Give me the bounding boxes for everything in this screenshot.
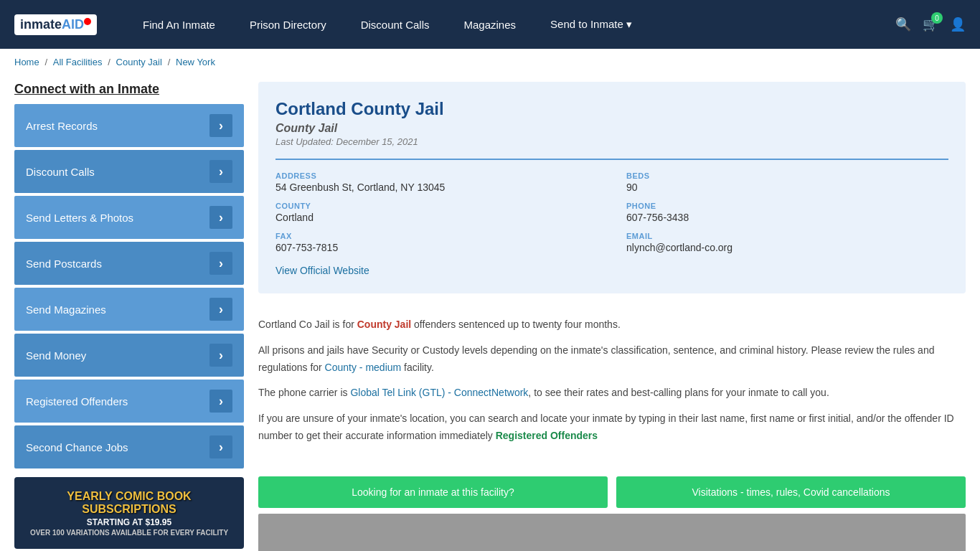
beds-value: 90	[626, 182, 948, 193]
search-button[interactable]: 🔍	[895, 17, 911, 32]
beds-label: BEDS	[626, 171, 948, 180]
arrow-icon: ›	[209, 160, 232, 183]
address-block: ADDRESS 54 Greenbush St, Cortland, NY 13…	[275, 171, 598, 193]
facility-image	[258, 514, 966, 551]
desc-para2-after: facility.	[401, 362, 434, 373]
ad-note: OVER 100 VARIATIONS AVAILABLE FOR EVERY …	[30, 529, 228, 537]
breadcrumb-sep1: /	[45, 57, 50, 67]
logo[interactable]: inmate AID	[14, 14, 97, 35]
county-value: Cortland	[275, 212, 598, 223]
find-inmate-button[interactable]: Looking for an inmate at this facility?	[258, 476, 608, 508]
registered-offenders-link[interactable]: Registered Offenders	[496, 430, 598, 441]
content-area: Cortland County Jail County Jail Last Up…	[258, 82, 966, 551]
fax-label: FAX	[275, 232, 598, 240]
sidebar-item-arrest-records[interactable]: Arrest Records ›	[14, 104, 244, 147]
logo-aid: AID	[62, 17, 84, 32]
sidebar-item-label: Send Money	[26, 349, 86, 362]
address-value: 54 Greenbush St, Cortland, NY 13045	[275, 182, 598, 193]
arrow-icon: ›	[209, 390, 232, 413]
email-label: EMAIL	[626, 232, 948, 240]
sidebar: Connect with an Inmate Arrest Records › …	[14, 82, 244, 551]
beds-block: BEDS 90	[626, 171, 948, 193]
phone-label: PHONE	[626, 202, 948, 210]
facility-last-updated: Last Updated: December 15, 2021	[275, 136, 948, 147]
county-jail-link[interactable]: County Jail	[357, 319, 411, 330]
sidebar-item-send-letters[interactable]: Send Letters & Photos ›	[14, 196, 244, 239]
arrow-icon: ›	[209, 114, 232, 137]
address-label: ADDRESS	[275, 171, 598, 180]
email-block: EMAIL nlynch@cortland-co.org	[626, 232, 948, 253]
sidebar-item-send-money[interactable]: Send Money ›	[14, 334, 244, 377]
arrow-icon: ›	[209, 298, 232, 321]
visitations-button[interactable]: Visitations - times, rules, Covid cancel…	[616, 476, 966, 508]
arrow-icon: ›	[209, 435, 232, 458]
ad-banner[interactable]: YEARLY COMIC BOOKSUBSCRIPTIONS STARTING …	[14, 477, 244, 549]
desc-para3-before: The phone carrier is	[258, 387, 350, 398]
sidebar-item-label: Second Chance Jobs	[26, 441, 128, 453]
ad-price: STARTING AT $19.95	[87, 517, 171, 527]
desc-para4: If you are unsure of your inmate's locat…	[258, 410, 966, 445]
arrow-icon: ›	[209, 344, 232, 367]
breadcrumb-home[interactable]: Home	[14, 57, 39, 67]
desc-para1-before: Cortland Co Jail is for	[258, 319, 357, 330]
desc-para1: Cortland Co Jail is for County Jail offe…	[258, 316, 966, 334]
desc-para3: The phone carrier is Global Tel Link (GT…	[258, 385, 966, 402]
arrow-icon: ›	[209, 206, 232, 229]
breadcrumb-all-facilities[interactable]: All Facilities	[53, 57, 103, 67]
sidebar-item-registered-offenders[interactable]: Registered Offenders ›	[14, 380, 244, 423]
breadcrumb-sep3: /	[168, 57, 173, 67]
sidebar-item-label: Send Letters & Photos	[26, 212, 133, 224]
phone-value: 607-756-3438	[626, 212, 948, 223]
ad-title: YEARLY COMIC BOOKSUBSCRIPTIONS	[67, 490, 191, 516]
sidebar-item-send-magazines[interactable]: Send Magazines ›	[14, 288, 244, 331]
user-button[interactable]: 👤	[950, 17, 966, 32]
breadcrumb-sep2: /	[108, 57, 113, 67]
cart-button[interactable]: 🛒 0	[923, 17, 938, 32]
arrow-icon: ›	[209, 252, 232, 275]
desc-para1-after: offenders sentenced up to twenty four mo…	[411, 319, 621, 330]
nav-magazines[interactable]: Magazines	[447, 0, 534, 49]
county-block: COUNTY Cortland	[275, 202, 598, 223]
nav-icon-area: 🔍 🛒 0 👤	[895, 17, 966, 32]
nav-discount-calls[interactable]: Discount Calls	[344, 0, 447, 49]
logo-dot-icon	[84, 18, 91, 25]
gtl-link[interactable]: Global Tel Link (GTL) - ConnectNetwork	[350, 387, 528, 398]
logo-text: inmate	[20, 17, 62, 32]
breadcrumb-state[interactable]: New York	[176, 57, 215, 67]
official-website-link[interactable]: View Official Website	[275, 265, 369, 276]
facility-info-grid: ADDRESS 54 Greenbush St, Cortland, NY 13…	[275, 159, 948, 253]
sidebar-item-send-postcards[interactable]: Send Postcards ›	[14, 242, 244, 285]
sidebar-item-label: Send Magazines	[26, 303, 106, 316]
county-label: COUNTY	[275, 202, 598, 210]
facility-title: Cortland County Jail	[275, 99, 948, 119]
facility-card: Cortland County Jail County Jail Last Up…	[258, 82, 966, 293]
breadcrumb: Home / All Facilities / County Jail / Ne…	[0, 49, 980, 75]
sidebar-item-label: Discount Calls	[26, 166, 95, 178]
nav-prison-directory[interactable]: Prison Directory	[232, 0, 344, 49]
nav-find-an-inmate[interactable]: Find An Inmate	[126, 0, 232, 49]
breadcrumb-county-jail[interactable]: County Jail	[116, 57, 162, 67]
cta-buttons: Looking for an inmate at this facility? …	[258, 476, 966, 508]
county-medium-link[interactable]: County - medium	[325, 362, 402, 373]
navbar: inmate AID Find An Inmate Prison Directo…	[0, 0, 980, 49]
sidebar-item-label: Arrest Records	[26, 120, 98, 132]
desc-para2: All prisons and jails have Security or C…	[258, 342, 966, 377]
description-section: Cortland Co Jail is for County Jail offe…	[258, 305, 966, 465]
sidebar-item-label: Registered Offenders	[26, 395, 128, 408]
nav-send-to-inmate[interactable]: Send to Inmate ▾	[533, 0, 649, 49]
sidebar-item-second-chance-jobs[interactable]: Second Chance Jobs ›	[14, 425, 244, 468]
sidebar-item-label: Send Postcards	[26, 258, 102, 270]
desc-para3-after: , to see their rates and best-calling pl…	[528, 387, 829, 398]
fax-value: 607-753-7815	[275, 242, 598, 253]
fax-block: FAX 607-753-7815	[275, 232, 598, 253]
email-value: nlynch@cortland-co.org	[626, 242, 948, 253]
sidebar-item-discount-calls[interactable]: Discount Calls ›	[14, 150, 244, 193]
facility-type: County Jail	[275, 122, 948, 135]
phone-block: PHONE 607-756-3438	[626, 202, 948, 223]
main-layout: Connect with an Inmate Arrest Records › …	[0, 75, 980, 551]
nav-links: Find An Inmate Prison Directory Discount…	[126, 0, 895, 49]
connect-title: Connect with an Inmate	[14, 82, 244, 97]
desc-para4-before: If you are unsure of your inmate's locat…	[258, 413, 954, 441]
cart-badge: 0	[931, 12, 943, 24]
